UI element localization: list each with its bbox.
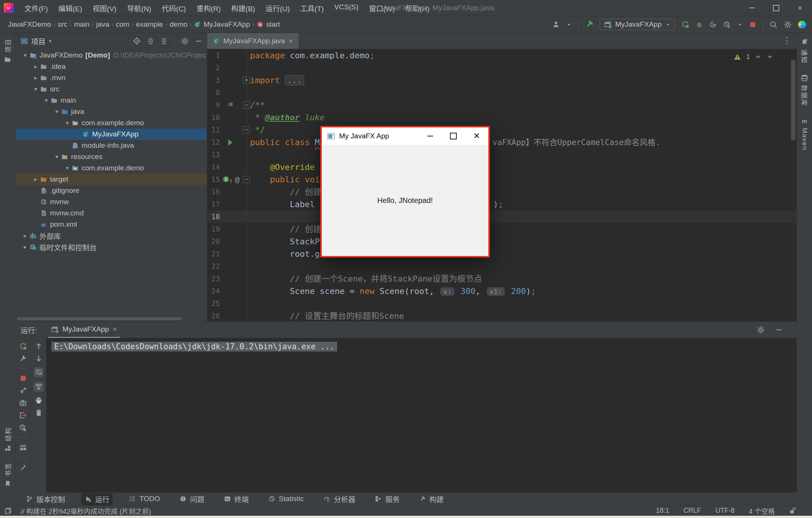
stripe-button-folder-stripe[interactable]: 项目 <box>3 38 12 63</box>
menu-item[interactable]: 运行(U) <box>261 2 294 15</box>
menu-item[interactable]: 导航(N) <box>122 2 156 15</box>
code-line[interactable]: 9−/** <box>207 99 797 111</box>
inspection-widget[interactable]: 1 <box>734 53 773 61</box>
fold-toggle-icon[interactable]: − <box>243 101 250 109</box>
maximize-button[interactable] <box>442 127 465 145</box>
code-line[interactable]: 15O↑@− public void <box>207 173 797 186</box>
menu-item[interactable]: 视图(V) <box>88 2 121 15</box>
caret-down-icon[interactable] <box>566 22 572 27</box>
code-line[interactable]: 10 * @author luke <box>207 111 797 124</box>
run-tab[interactable]: MyJavaFXApp × <box>48 322 120 338</box>
fold-toggle-icon[interactable]: − <box>243 126 250 133</box>
menu-item[interactable]: 构建(B) <box>226 2 260 15</box>
tool-window-button-problems[interactable]: 问题 <box>176 493 208 505</box>
tree-row[interactable]: .gitignore <box>15 185 207 196</box>
code-line[interactable]: 20 StackPa <box>207 235 797 248</box>
file-encoding[interactable]: UTF-8 <box>715 507 735 515</box>
doc-toc-icon[interactable] <box>227 102 234 108</box>
arrow-down-icon[interactable] <box>35 355 42 362</box>
tree-row[interactable]: ▸.idea <box>15 61 207 72</box>
chevron-down-icon[interactable]: ▾ <box>49 38 52 44</box>
menu-item[interactable]: 文件(F) <box>20 2 53 15</box>
debug-icon[interactable] <box>695 21 703 28</box>
tree-chevron-icon[interactable]: ▸ <box>31 176 40 183</box>
tree-row[interactable]: ▾JavaFXDemo[Demo]D:\IDEAProjects\JCNCPro… <box>15 50 207 61</box>
stripe-button-database[interactable]: 数据库 <box>800 74 809 106</box>
code-line[interactable]: 11− */ <box>207 124 797 136</box>
tree-chevron-icon[interactable]: ▸ <box>21 244 30 250</box>
stripe-button-bell[interactable]: 通知 <box>800 38 809 64</box>
code-line[interactable]: 12public class MyvaFXApp】不符合UpperCamelCa… <box>207 136 797 148</box>
trash-icon[interactable] <box>35 409 42 417</box>
tool-window-button-branch[interactable]: 版本控制 <box>23 493 68 505</box>
pin-icon[interactable] <box>19 463 27 471</box>
indent-setting[interactable]: 4 个空格 <box>749 506 775 516</box>
settings-icon[interactable] <box>757 326 765 334</box>
breadcrumb-item[interactable]: java <box>94 20 111 29</box>
stop-icon[interactable] <box>20 375 27 382</box>
override-marker-icon[interactable]: O <box>223 176 229 182</box>
breadcrumb-item[interactable]: example <box>134 20 165 29</box>
close-button[interactable]: ✕ <box>465 127 488 145</box>
fold-toggle-icon[interactable]: − <box>243 176 250 183</box>
collapse-all-icon[interactable] <box>161 38 168 45</box>
tree-row[interactable]: ▾resources <box>15 151 207 162</box>
minimize-button[interactable] <box>740 0 764 16</box>
hammer-icon[interactable] <box>585 20 593 29</box>
tool-window-button-build-hammer[interactable]: 构建 <box>416 493 447 505</box>
tree-chevron-icon[interactable]: ▸ <box>21 232 30 239</box>
expand-all-icon[interactable] <box>147 38 154 45</box>
layout-icon[interactable] <box>20 444 27 451</box>
code-line[interactable]: 21 root.ge <box>207 248 797 260</box>
tree-row[interactable]: ▸临时文件和控制台 <box>15 241 207 253</box>
code-line[interactable]: 24 Scene scene = new Scene(root, v: 300,… <box>207 285 797 297</box>
maximize-button[interactable] <box>764 0 788 16</box>
tree-row[interactable]: mvnw.cmd <box>15 208 207 219</box>
code-line[interactable]: 17 Label l); <box>207 198 797 211</box>
tree-chevron-icon[interactable]: ▸ <box>31 63 40 70</box>
debug-attach-icon[interactable] <box>19 387 27 394</box>
tool-window-button-play-green[interactable]: 运行 <box>81 493 113 505</box>
horizontal-scrollbar[interactable] <box>17 317 182 320</box>
menu-item[interactable]: VCS(S) <box>329 2 363 15</box>
rerun-icon[interactable] <box>682 21 689 28</box>
coverage-icon[interactable] <box>709 21 717 28</box>
code-line[interactable]: 23 // 创建一个Scene，并将StackPane设置为根节点 <box>207 273 797 285</box>
tab-close-icon[interactable]: × <box>113 325 117 333</box>
code-line[interactable]: 14 @Override <box>207 161 797 173</box>
tree-row[interactable]: ▸外部库 <box>15 230 207 241</box>
settings-icon[interactable] <box>784 21 792 29</box>
breadcrumb-item[interactable]: mstart <box>255 20 282 29</box>
tree-chevron-icon[interactable]: ▾ <box>52 108 61 115</box>
breadcrumb-item[interactable]: com <box>114 20 131 29</box>
tree-row[interactable]: mvnw <box>15 196 207 208</box>
tool-windows-icon[interactable] <box>5 507 12 514</box>
menu-item[interactable]: 重构(R) <box>192 2 226 15</box>
prev-warning-icon[interactable] <box>755 53 762 60</box>
code-line[interactable]: 19 // 创建 <box>207 223 797 235</box>
code-line[interactable]: 3+import ... <box>207 74 797 86</box>
menu-item[interactable]: 代码(C) <box>157 2 191 15</box>
tree-row[interactable]: ▾java <box>15 106 207 117</box>
tree-row[interactable]: mpom.xml <box>15 219 207 230</box>
more-icon[interactable]: ⋮ <box>782 35 791 46</box>
settings-icon[interactable] <box>181 37 189 45</box>
fold-toggle-icon[interactable]: + <box>243 77 250 84</box>
tree-chevron-icon[interactable]: ▾ <box>63 120 72 126</box>
profiler-icon[interactable] <box>723 21 731 28</box>
tool-window-button-todo[interactable]: TODO <box>126 494 164 504</box>
search-icon[interactable] <box>770 21 777 29</box>
wrench-icon[interactable] <box>19 355 27 362</box>
breadcrumb-item[interactable]: src <box>56 20 69 29</box>
code-line[interactable]: 16 // 创建 <box>207 186 797 198</box>
exit-icon[interactable] <box>19 412 27 419</box>
tree-row[interactable]: ▾main <box>15 95 207 106</box>
code-line[interactable]: 1package com.example.demo; <box>207 49 797 62</box>
caret-down-icon[interactable] <box>737 22 743 27</box>
tree-row[interactable]: Jmodule-info.java <box>15 140 207 151</box>
editor-scrollbar[interactable] <box>791 60 795 141</box>
tree-chevron-icon[interactable]: ▾ <box>63 165 72 171</box>
code-line[interactable]: 2 <box>207 62 797 74</box>
ide-circle-icon[interactable] <box>798 21 806 29</box>
caret-position[interactable]: 18:1 <box>656 507 669 515</box>
